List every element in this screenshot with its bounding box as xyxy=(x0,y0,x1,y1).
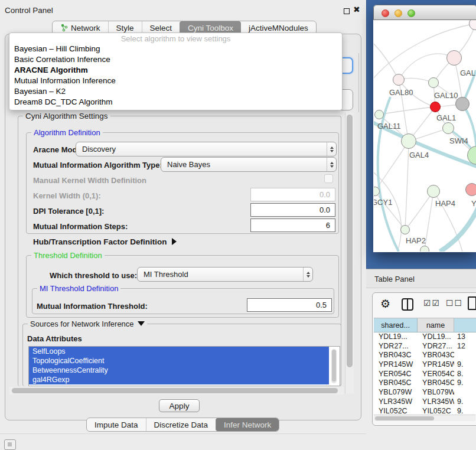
columns-icon[interactable] xyxy=(402,298,413,311)
dpi-tolerance-field[interactable]: 0.0 xyxy=(250,203,335,217)
table-row[interactable]: YIL052CYIL052C9. xyxy=(374,407,476,415)
dpi-tolerance-label: DPI Tolerance [0,1]: xyxy=(33,207,104,216)
attribute-list-item[interactable]: gal4RGexp xyxy=(29,375,329,384)
table-row[interactable]: YER054CYER054C8. xyxy=(374,370,476,379)
tab-label: jActiveMNodules xyxy=(249,24,308,32)
algorithm-option[interactable]: Dream8 DC_TDC Algorithm xyxy=(9,97,342,107)
bottom-tabs: Impute DataDiscretize DataInfer Network xyxy=(86,418,279,432)
manual-kernel-checkbox[interactable] xyxy=(324,174,333,183)
attribute-list-item[interactable]: SelfLoops xyxy=(29,347,329,356)
corner-mini-button[interactable] xyxy=(4,439,16,450)
node-label: GAL80 xyxy=(389,88,413,97)
settings-vertical-scrollbar[interactable] xyxy=(345,113,354,394)
float-window-icon[interactable] xyxy=(344,8,350,14)
table-row[interactable]: YDR27...YDR27...12 xyxy=(374,342,476,351)
tab-discretize-data[interactable]: Discretize Data xyxy=(146,418,216,431)
attribute-list-item[interactable]: TopologicalCoefficient xyxy=(29,356,329,366)
node-label: GAL11 xyxy=(377,122,401,131)
network-canvas[interactable]: GALGAL80GAL10GAL1GAL11SWI4GAL4GCY1HAP4YH… xyxy=(374,20,476,252)
stepper-icon xyxy=(327,142,336,156)
network-node-gal10[interactable] xyxy=(428,77,439,88)
table-row[interactable]: YBL079WYBL079W xyxy=(374,388,476,397)
settings-horizontal-scrollbar[interactable] xyxy=(9,387,344,394)
mi-type-combobox[interactable]: Naive Bayes xyxy=(161,157,337,172)
apply-button[interactable]: Apply xyxy=(159,399,200,412)
column-header[interactable]: name xyxy=(418,318,454,332)
algorithm-definition-title: Algorithm Definition xyxy=(31,128,103,137)
table-horizontal-scrollbar[interactable] xyxy=(374,415,475,421)
group-border-fragment xyxy=(358,53,359,112)
close-icon[interactable]: ✖ xyxy=(353,5,360,14)
tab-impute-data[interactable]: Impute Data xyxy=(87,418,146,431)
network-node-gal[interactable] xyxy=(446,50,462,66)
network-node-y[interactable] xyxy=(465,183,476,196)
network-node-gal1[interactable] xyxy=(430,102,441,112)
network-node-gal80[interactable] xyxy=(393,74,405,86)
algorithm-option[interactable]: Bayesian – Hill Climbing xyxy=(9,44,342,54)
table-row[interactable]: YBR043CYBR043C xyxy=(374,351,476,360)
table-cell: YDL19... xyxy=(418,332,454,342)
network-node[interactable] xyxy=(420,246,429,252)
aracne-mode-combobox[interactable]: Discovery xyxy=(76,142,337,156)
table-cell xyxy=(454,388,476,397)
window-bottom-edge xyxy=(0,433,366,434)
network-node-gal11[interactable] xyxy=(374,110,384,119)
table-cell: YER054C xyxy=(418,370,454,379)
tab-infer-network[interactable]: Infer Network xyxy=(216,418,279,431)
data-attributes-list: SelfLoopsTopologicalCoefficientBetweenne… xyxy=(28,346,340,386)
document-icon[interactable] xyxy=(468,296,476,310)
network-window-titlebar[interactable] xyxy=(373,5,476,20)
which-threshold-label: Which threshold to use: xyxy=(50,271,137,280)
table-toolbar: ⚙ ☑☑ ☐☐ xyxy=(373,296,476,314)
node-label: HAP4 xyxy=(435,199,455,208)
algorithm-popup-list: Bayesian – Hill ClimbingBasic Correlatio… xyxy=(9,44,342,107)
network-node-hap4[interactable] xyxy=(427,185,440,198)
mi-steps-field[interactable]: 6 xyxy=(250,219,335,232)
minimize-traffic-light[interactable] xyxy=(395,9,402,17)
network-node[interactable] xyxy=(455,97,470,111)
kernel-width-field[interactable]: 0.0 xyxy=(250,188,335,201)
gear-icon[interactable]: ⚙ xyxy=(380,297,390,310)
which-threshold-combobox[interactable]: MI Threshold xyxy=(137,267,313,282)
table-cell: 9. xyxy=(454,397,476,407)
algorithm-option[interactable]: Mutual Information Inference xyxy=(9,76,342,86)
deselect-all-checkboxes-icon[interactable]: ☐☐ xyxy=(446,298,463,308)
hub-factor-expander[interactable]: Hub/Transcription Factor Definition xyxy=(33,237,177,246)
table-cell: YIL052C xyxy=(418,407,454,415)
network-node-hap2[interactable] xyxy=(400,225,410,234)
network-window: GALGAL80GAL10GAL1GAL11SWI4GAL4GCY1HAP4YH… xyxy=(373,5,476,252)
aracne-mode-value: Discovery xyxy=(76,145,327,154)
collapse-down-icon[interactable] xyxy=(138,321,145,326)
table-panel: ⚙ ☑☑ ☐☐ shared...name YDL19...YDL19...13… xyxy=(372,292,476,426)
application-root: Control Panel ✖ NetworkStyleSelectCyni T… xyxy=(0,0,476,450)
network-node-gal4[interactable] xyxy=(401,133,416,149)
table-row[interactable]: YDL19...YDL19...13 xyxy=(374,332,476,342)
zoom-traffic-light[interactable] xyxy=(407,9,415,17)
algorithm-option[interactable]: ARACNE Algorithm xyxy=(9,65,342,76)
table-cell: YLR345W xyxy=(374,397,418,407)
table-cell: YER054C xyxy=(374,370,418,379)
list-scrollbar[interactable] xyxy=(331,349,337,383)
close-traffic-light[interactable] xyxy=(382,9,389,17)
tab-label: Select xyxy=(150,24,172,32)
node-label: GAL10 xyxy=(434,91,458,100)
column-header[interactable] xyxy=(454,318,476,332)
network-node-swi4[interactable] xyxy=(442,122,454,134)
algorithm-option[interactable]: Basic Correlation Inference xyxy=(9,54,342,65)
column-header[interactable]: shared... xyxy=(374,318,418,332)
table-row[interactable]: YBR045CYBR045C9. xyxy=(374,379,476,388)
table-cell: YBL079W xyxy=(418,388,454,397)
tab-label: Style xyxy=(116,24,134,32)
node-label: GAL1 xyxy=(436,113,456,122)
expand-right-icon xyxy=(172,238,177,245)
attribute-list-item[interactable]: BetweennessCentrality xyxy=(29,366,329,375)
mi-type-value: Naive Bayes xyxy=(161,160,327,169)
select-all-checkboxes-icon[interactable]: ☑☑ xyxy=(423,298,441,308)
table-cell: YDR27... xyxy=(374,342,418,351)
algorithm-option[interactable]: Bayesian – K2 xyxy=(9,86,342,97)
table-cell: YPR145W xyxy=(418,360,454,370)
table-row[interactable]: YLR345WYLR345W9. xyxy=(374,397,476,407)
mi-threshold-field[interactable]: 0.5 xyxy=(247,298,332,312)
table-row[interactable]: YPR145WYPR145W9. xyxy=(374,360,476,370)
table-cell: 9. xyxy=(454,360,476,370)
